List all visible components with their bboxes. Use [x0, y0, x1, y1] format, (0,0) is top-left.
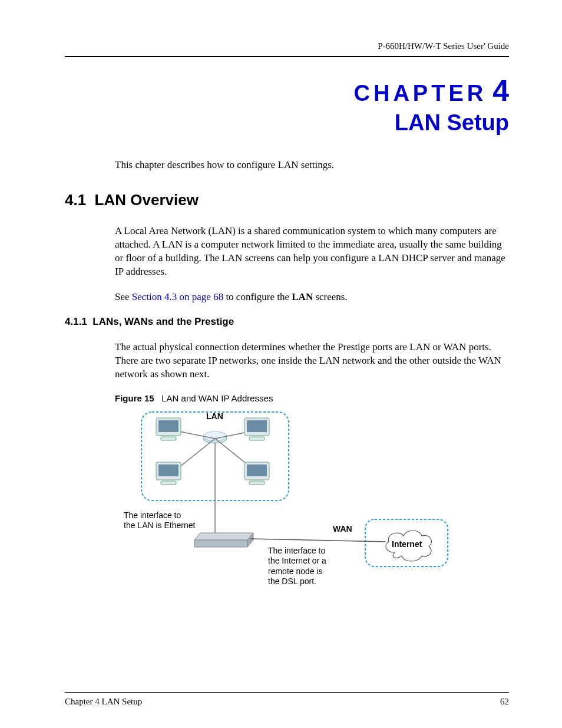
diagram-right-text-l3: remote node is [268, 566, 326, 577]
figure-caption: Figure 15 LAN and WAN IP Addresses [115, 393, 509, 403]
diagram-right-text-l4: the DSL port. [268, 577, 326, 587]
header-rule [65, 56, 509, 57]
footer: Chapter 4 LAN Setup 62 [65, 697, 509, 707]
figure-diagram: LAN WAN Internet The interface to the LA… [124, 409, 454, 598]
section-number: 4.1 [65, 191, 86, 209]
diagram-left-text-l2: the LAN is Ethernet [124, 521, 195, 531]
subsection-title: LANs, WANs and the Prestige [92, 316, 234, 327]
svg-rect-12 [247, 420, 267, 432]
diagram-right-text-l1: The interface to [268, 546, 326, 556]
svg-rect-13 [249, 437, 265, 440]
diagram-left-text: The interface to the LAN is Ethernet [124, 510, 195, 531]
diagram-lan-label: LAN [206, 411, 223, 421]
subsection-number: 4.1.1 [65, 316, 87, 327]
footer-left: Chapter 4 LAN Setup [65, 697, 142, 707]
diagram-internet-label: Internet [392, 539, 422, 549]
figure-label: Figure 15 [115, 393, 154, 403]
chapter-intro: This chapter describes how to configure … [115, 159, 509, 171]
chapter-title: LAN Setup [65, 110, 509, 136]
svg-rect-19 [249, 481, 265, 485]
section-4-1-paragraph-2: See Section 4.3 on page 68 to configure … [115, 291, 509, 304]
chapter-label: CHAPTER [354, 81, 487, 106]
p2-bold: LAN [292, 291, 313, 302]
svg-rect-15 [158, 465, 178, 476]
svg-rect-22 [194, 540, 247, 547]
svg-rect-16 [161, 481, 176, 485]
svg-rect-9 [158, 420, 178, 432]
chapter-number: 4 [492, 74, 509, 107]
section-title: LAN Overview [95, 191, 199, 209]
diagram-wan-label: WAN [333, 524, 352, 533]
subsection-4-1-1-paragraph-1: The actual physical connection determine… [115, 341, 509, 381]
section-4-1-paragraph-1: A Local Area Network (LAN) is a shared c… [115, 225, 509, 279]
svg-marker-21 [194, 533, 253, 540]
header-guide-title: P-660H/HW/W-T Series User' Guide [65, 41, 509, 51]
subsection-heading-4-1-1: 4.1.1 LANs, WANs and the Prestige [65, 316, 509, 328]
svg-point-3 [203, 431, 227, 441]
diagram-right-text-l2: the Internet or a [268, 556, 326, 566]
svg-rect-18 [247, 465, 267, 476]
p2-pre: See [115, 291, 132, 302]
section-4-3-link[interactable]: Section 4.3 on page 68 [132, 291, 223, 302]
chapter-block: CHAPTER 4 LAN Setup [65, 74, 509, 136]
footer-page-number: 62 [500, 697, 509, 707]
p2-post: screens. [313, 291, 348, 302]
p2-mid: to configure the [223, 291, 292, 302]
diagram-right-text: The interface to the Internet or a remot… [268, 546, 326, 587]
diagram-left-text-l1: The interface to [124, 510, 195, 521]
figure-title: LAN and WAN IP Addresses [161, 393, 273, 403]
footer-rule [65, 692, 509, 693]
section-heading-4-1: 4.1 LAN Overview [65, 191, 509, 209]
svg-rect-10 [161, 437, 176, 440]
